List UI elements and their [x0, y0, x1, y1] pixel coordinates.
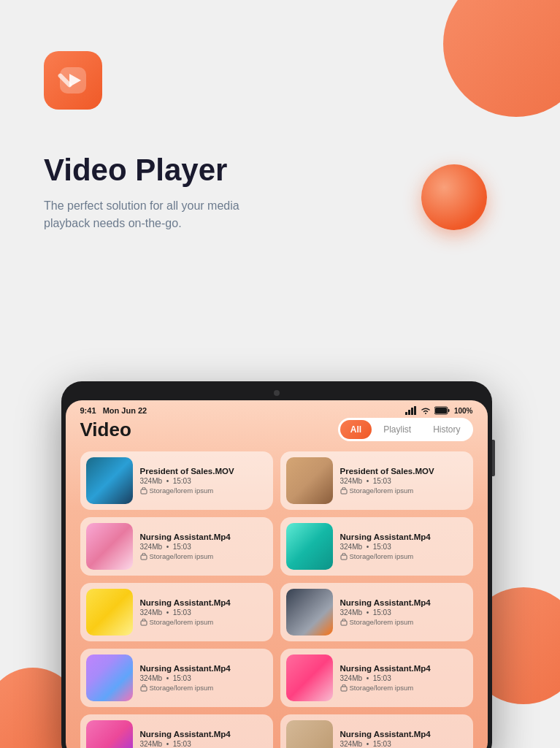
video-thumbnail	[86, 457, 133, 504]
svg-rect-6	[414, 406, 416, 415]
svg-rect-9	[448, 409, 449, 412]
video-info: Nursing Assistant.Mp4 324Mb • 15:03 Stor…	[340, 598, 467, 626]
app-header: Video All Playlist History	[80, 418, 473, 441]
video-meta: 324Mb • 15:03	[140, 674, 267, 682]
tab-playlist[interactable]: Playlist	[373, 420, 421, 439]
video-info: Nursing Assistant.Mp4 324Mb • 15:03 Stor…	[140, 598, 267, 626]
svg-rect-10	[141, 489, 147, 494]
video-item[interactable]: Nursing Assistant.Mp4 324Mb • 15:03 Stor…	[280, 583, 473, 641]
video-info: Nursing Assistant.Mp4 324Mb • 15:03 Stor…	[340, 730, 467, 748]
tablet-wrapper: 9:41 Mon Jun 22	[61, 381, 499, 748]
video-name: Nursing Assistant.Mp4	[140, 598, 267, 607]
video-name: Nursing Assistant.Mp4	[340, 598, 467, 607]
storage-icon	[140, 684, 147, 692]
tab-all[interactable]: All	[340, 420, 372, 439]
storage-icon	[140, 553, 147, 560]
video-thumbnail	[286, 654, 333, 701]
decorative-orb	[421, 164, 487, 230]
video-name: Nursing Assistant.Mp4	[140, 730, 267, 739]
video-path: Storage/lorem ipsum	[340, 486, 467, 495]
video-path: Storage/lorem ipsum	[340, 618, 467, 626]
tablet-device: 9:41 Mon Jun 22	[61, 381, 492, 748]
video-meta: 324Mb • 15:03	[340, 674, 467, 682]
video-thumbnail	[286, 457, 333, 504]
video-thumbnail	[86, 720, 133, 748]
video-item[interactable]: President of Sales.MOV 324Mb • 15:03 Sto…	[280, 451, 473, 510]
video-item[interactable]: Nursing Assistant.Mp4 324Mb • 15:03 Stor…	[280, 649, 473, 707]
video-path: Storage/lorem ipsum	[340, 684, 467, 692]
video-meta: 324Mb • 15:03	[340, 477, 467, 485]
hero-section: Video Player The perfect solution for al…	[44, 153, 263, 232]
video-info: President of Sales.MOV 324Mb • 15:03 Sto…	[140, 467, 267, 495]
tablet-top-bar	[66, 386, 488, 400]
video-thumbnail	[86, 589, 133, 636]
video-thumbnail	[86, 654, 133, 701]
video-thumbnail	[286, 589, 333, 636]
svg-rect-15	[341, 621, 347, 625]
svg-rect-17	[341, 687, 347, 691]
video-name: Nursing Assistant.Mp4	[340, 664, 467, 673]
storage-icon	[140, 487, 147, 495]
storage-icon	[340, 619, 348, 626]
video-info: Nursing Assistant.Mp4 324Mb • 15:03 Stor…	[140, 533, 267, 560]
video-name: Nursing Assistant.Mp4	[340, 533, 467, 541]
video-item[interactable]: President of Sales.MOV 324Mb • 15:03 Sto…	[80, 451, 273, 510]
app-content: Video All Playlist History President of …	[66, 418, 488, 748]
video-item[interactable]: Nursing Assistant.Mp4 324Mb • 15:03 Stor…	[280, 714, 473, 748]
svg-rect-14	[141, 621, 147, 625]
video-name: Nursing Assistant.Mp4	[140, 664, 267, 673]
video-item[interactable]: Nursing Assistant.Mp4 324Mb • 15:03 Stor…	[80, 583, 273, 641]
tab-bar: All Playlist History	[338, 418, 473, 441]
video-item[interactable]: Nursing Assistant.Mp4 324Mb • 15:03 Stor…	[280, 517, 473, 576]
tab-history[interactable]: History	[423, 420, 470, 439]
video-path: Storage/lorem ipsum	[140, 618, 267, 626]
svg-rect-13	[341, 555, 347, 560]
svg-rect-16	[141, 687, 147, 691]
tablet-camera	[274, 390, 280, 396]
video-path: Storage/lorem ipsum	[340, 552, 467, 560]
svg-rect-12	[141, 555, 147, 560]
battery-label: 100%	[454, 407, 473, 415]
video-meta: 324Mb • 15:03	[340, 740, 467, 748]
hero-title: Video Player	[44, 153, 263, 187]
video-path: Storage/lorem ipsum	[140, 684, 267, 692]
video-info: President of Sales.MOV 324Mb • 15:03 Sto…	[340, 467, 467, 495]
wifi-icon	[421, 406, 431, 415]
video-info: Nursing Assistant.Mp4 324Mb • 15:03 Stor…	[340, 664, 467, 692]
storage-icon	[340, 487, 348, 495]
signal-icon	[405, 406, 417, 415]
video-name: President of Sales.MOV	[140, 467, 267, 476]
video-meta: 324Mb • 15:03	[340, 543, 467, 551]
video-grid: President of Sales.MOV 324Mb • 15:03 Sto…	[80, 451, 473, 748]
tablet-side-button	[492, 440, 495, 476]
video-name: Nursing Assistant.Mp4	[140, 533, 267, 541]
video-meta: 324Mb • 15:03	[140, 543, 267, 551]
video-thumbnail	[286, 720, 333, 748]
app-logo	[44, 51, 102, 110]
video-thumbnail	[86, 523, 133, 570]
status-bar: 9:41 Mon Jun 22	[66, 400, 488, 418]
video-name: Nursing Assistant.Mp4	[340, 730, 467, 739]
video-meta: 324Mb • 15:03	[340, 608, 467, 617]
video-path: Storage/lorem ipsum	[140, 486, 267, 495]
status-time: 9:41 Mon Jun 22	[80, 406, 147, 415]
video-info: Nursing Assistant.Mp4 324Mb • 15:03 Stor…	[140, 664, 267, 692]
video-item[interactable]: Nursing Assistant.Mp4 324Mb • 15:03 Stor…	[80, 714, 273, 748]
video-info: Nursing Assistant.Mp4 324Mb • 15:03 Stor…	[140, 730, 267, 748]
svg-rect-8	[435, 408, 447, 413]
app-title: Video	[80, 419, 131, 441]
status-right: 100%	[405, 406, 473, 415]
video-info: Nursing Assistant.Mp4 324Mb • 15:03 Stor…	[340, 533, 467, 560]
hero-subtitle: The perfect solution for all your media …	[44, 197, 263, 232]
storage-icon	[340, 553, 348, 560]
video-item[interactable]: Nursing Assistant.Mp4 324Mb • 15:03 Stor…	[80, 649, 273, 707]
battery-icon	[434, 406, 450, 415]
tablet-screen: 9:41 Mon Jun 22	[66, 400, 488, 748]
storage-icon	[340, 684, 348, 692]
svg-rect-3	[405, 412, 407, 415]
video-item[interactable]: Nursing Assistant.Mp4 324Mb • 15:03 Stor…	[80, 517, 273, 576]
svg-rect-5	[411, 408, 413, 415]
svg-rect-4	[408, 410, 410, 415]
bg-decoration-top-right	[443, 0, 560, 117]
video-path: Storage/lorem ipsum	[140, 552, 267, 560]
